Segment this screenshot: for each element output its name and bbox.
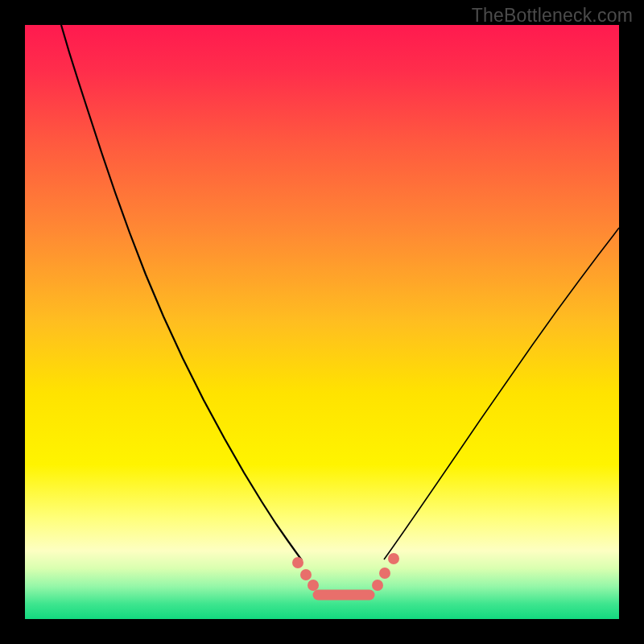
marker-point (388, 553, 399, 564)
series-bottleneck-curve-left (61, 25, 302, 560)
curve-layer (25, 25, 619, 619)
marker-point (308, 580, 319, 591)
chart-frame: TheBottleneck.com (0, 0, 644, 644)
marker-point (292, 557, 303, 568)
plot-area (25, 25, 619, 619)
watermark-text: TheBottleneck.com (472, 5, 633, 27)
marker-point (372, 580, 383, 591)
marker-point (300, 569, 312, 580)
marker-point (379, 568, 390, 579)
series-bottleneck-curve-right (384, 228, 619, 559)
